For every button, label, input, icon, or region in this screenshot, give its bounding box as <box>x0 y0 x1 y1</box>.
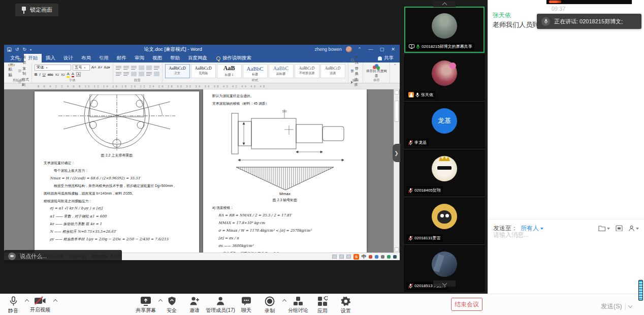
tell-me-search[interactable]: 操作说明搜索 <box>216 54 251 62</box>
tab-layout[interactable]: 布局 <box>77 54 95 62</box>
sort-icon[interactable] <box>154 66 159 70</box>
video-tile[interactable]: 02018405贠翔 <box>404 150 485 196</box>
line-spacing-icon[interactable] <box>146 72 152 76</box>
style-no-spacing[interactable]: AaBbCcD无间隔 <box>191 64 216 78</box>
chat-button[interactable]: 聊天 <box>241 296 251 314</box>
tab-help[interactable]: 帮助 <box>166 54 184 62</box>
ime-mode-chinese[interactable]: 中 <box>362 254 366 260</box>
find-button[interactable]: 查找 <box>351 55 361 65</box>
shrink-font-icon[interactable]: A˅ <box>98 66 103 69</box>
paste-button[interactable]: 粘贴 <box>7 64 16 78</box>
send-options-chevron[interactable] <box>628 304 632 308</box>
video-tile[interactable]: 张天依 <box>404 54 485 101</box>
ime-punct-icon[interactable] <box>369 255 372 259</box>
cut-button[interactable]: 剪切 <box>18 55 29 65</box>
manage-members-button[interactable]: 管理成员(17) <box>206 296 235 314</box>
replace-button[interactable]: 替换 <box>351 66 361 76</box>
align-center-icon[interactable] <box>123 72 129 76</box>
scroll-videos-down-button[interactable] <box>433 280 456 287</box>
copy-button[interactable]: 复制 <box>18 66 29 76</box>
style-subtitle[interactable]: AaBbC副标题 <box>269 64 294 78</box>
video-tile[interactable]: 02018131姜雷 <box>404 198 485 244</box>
breakout-rooms-button[interactable]: 分组讨论 <box>288 296 308 314</box>
font-name-combobox[interactable]: 宋体▾ <box>35 65 71 71</box>
font-color-button[interactable]: A <box>72 72 74 77</box>
superscript-button[interactable]: x2 <box>61 72 65 77</box>
chat-message-input[interactable] <box>493 231 638 238</box>
record-options-chevron[interactable] <box>282 299 286 303</box>
justify-icon[interactable] <box>139 72 144 76</box>
minimize-icon[interactable]: — <box>367 47 374 52</box>
chat-image-partial[interactable] <box>546 0 632 5</box>
highlight-button[interactable]: A <box>67 72 69 78</box>
restore-icon[interactable]: ▢ <box>378 47 385 52</box>
multilevel-list-icon[interactable] <box>131 66 137 70</box>
invite-button[interactable]: 邀请 <box>189 296 200 314</box>
web-layout-icon[interactable] <box>346 255 351 259</box>
document-page-left[interactable]: 图 2.2 上支撑布置图 支承滚轮直径确定： 每个滚轮上最大压力： Nmax =… <box>35 91 199 253</box>
tab-mailings[interactable]: 邮件 <box>113 54 131 62</box>
tab-baidu-pan[interactable]: 百度网盘 <box>184 54 211 62</box>
share-button[interactable]: 共享 <box>378 54 400 62</box>
redo-icon[interactable]: ↻ <box>23 47 27 52</box>
start-video-button[interactable]: 开启视频 <box>30 296 50 313</box>
mute-button[interactable]: 静音 <box>8 296 18 314</box>
ime-mic-icon[interactable] <box>375 255 378 259</box>
lock-view-button[interactable]: 锁定画面 <box>15 4 58 16</box>
sogou-ime-icon[interactable]: S <box>353 254 359 260</box>
apps-button[interactable]: 应用 <box>317 296 328 314</box>
account-name[interactable]: zheng bowen <box>314 47 342 52</box>
scroll-up-arrow[interactable] <box>395 90 399 94</box>
security-button[interactable]: 安全 <box>167 296 177 314</box>
decrease-indent-icon[interactable] <box>139 66 144 70</box>
ime-toolbox-icon[interactable] <box>387 255 391 259</box>
borders-icon[interactable] <box>154 72 159 76</box>
grow-font-icon[interactable]: A˄ <box>91 65 96 70</box>
tab-view[interactable]: 视图 <box>148 54 166 62</box>
chat-sender-name[interactable]: 张天依 <box>493 11 511 20</box>
ime-keyboard-icon[interactable] <box>381 255 384 259</box>
record-button[interactable]: 录制 <box>265 296 275 314</box>
style-title[interactable]: AaBbC标题 <box>243 64 268 78</box>
scroll-videos-up-button[interactable] <box>433 1 456 7</box>
style-subtle-emphasis[interactable]: AaBbCcD不明显强调 <box>295 64 319 78</box>
close-icon[interactable]: ✕ <box>390 47 397 52</box>
style-normal[interactable]: AaBbCcD正文 <box>165 64 190 78</box>
quick-access-toolbar[interactable]: ↺ ↻ ▾ <box>7 47 31 52</box>
tab-insert[interactable]: 插入 <box>42 54 59 62</box>
video-tile[interactable]: 龙基 李龙基 <box>404 102 485 148</box>
scrollbar-thumb[interactable] <box>395 101 399 122</box>
ime-skin-bar[interactable] <box>638 280 643 301</box>
document-canvas[interactable]: 图 2.2 上支撑布置图 支承滚轮直径确定： 每个滚轮上最大压力： Nmax =… <box>4 89 400 253</box>
share-options-chevron[interactable] <box>158 299 163 303</box>
danmaku-input[interactable]: 说点什么... <box>4 250 122 263</box>
end-meeting-button[interactable]: 结束会议 <box>451 298 482 311</box>
ribbon-options-icon[interactable]: ⌃ <box>356 47 363 52</box>
bullets-icon[interactable] <box>116 66 121 70</box>
subscript-button[interactable]: x2 <box>55 72 59 77</box>
ime-skin-icon[interactable] <box>393 255 397 259</box>
style-emphasis[interactable]: AaBbCcD强调 <box>320 64 345 78</box>
tab-review[interactable]: 审阅 <box>131 54 148 62</box>
style-heading1[interactable]: AaB标题 1 <box>217 64 242 78</box>
align-right-icon[interactable] <box>131 72 137 76</box>
send-message-button[interactable]: 发送(S) <box>601 302 632 311</box>
strikethrough-button[interactable]: abc <box>48 73 53 76</box>
horizontal-ruler[interactable]: 8 6 4 2 2 4 6 8 10 12 14 16 18 20 22 24 … <box>4 83 400 89</box>
scroll-down-arrow[interactable] <box>395 247 399 251</box>
align-left-icon[interactable] <box>116 72 121 76</box>
undo-icon[interactable]: ↺ <box>15 47 19 52</box>
tab-references[interactable]: 引用 <box>95 54 113 62</box>
video-tile-sharing[interactable]: 02018215郑博文的屏幕共享 <box>404 7 485 53</box>
bold-button[interactable]: B <box>35 72 38 77</box>
document-page-right[interactable]: 默认为滚轮直径是合适的。 支承滚轮轴的校核（材料：45 调质） <box>203 89 367 253</box>
video-options-chevron[interactable] <box>53 299 57 303</box>
save-icon[interactable] <box>7 47 12 52</box>
read-mode-icon[interactable] <box>332 255 337 259</box>
expand-panel-handle[interactable]: ❯ <box>393 144 400 162</box>
tab-design[interactable]: 设计 <box>59 54 77 62</box>
increase-indent-icon[interactable] <box>146 66 152 70</box>
share-screen-button[interactable]: 共享屏幕 <box>136 296 156 314</box>
font-size-combobox[interactable]: 五号▾ <box>73 65 90 71</box>
italic-button[interactable]: I <box>39 72 40 77</box>
